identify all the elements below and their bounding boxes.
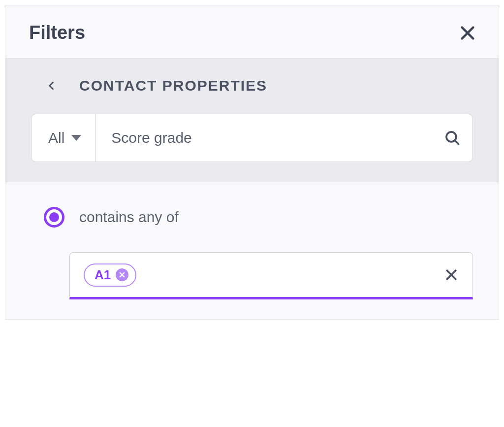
search-icon[interactable] — [444, 130, 461, 146]
condition-value-input[interactable]: A1 — [69, 252, 473, 299]
property-type-dropdown[interactable]: All — [32, 114, 95, 162]
chevron-left-icon[interactable] — [47, 78, 57, 94]
filter-condition: contains any of A1 — [5, 182, 499, 319]
section-header: CONTACT PROPERTIES — [5, 59, 499, 110]
condition-radio-contains-any[interactable]: contains any of — [44, 207, 473, 228]
clear-value-icon[interactable] — [444, 267, 459, 282]
value-chip-label: A1 — [94, 267, 111, 283]
dropdown-label: All — [48, 130, 64, 146]
panel-title: Filters — [29, 22, 85, 43]
value-chip: A1 — [84, 263, 136, 287]
section-contact-properties: CONTACT PROPERTIES All — [5, 58, 499, 182]
search-row: All — [31, 114, 473, 162]
close-icon[interactable] — [459, 25, 476, 41]
property-search-input[interactable] — [110, 129, 444, 147]
section-title: CONTACT PROPERTIES — [79, 77, 267, 94]
chip-remove-icon[interactable] — [116, 268, 128, 281]
property-search: All — [5, 110, 499, 182]
condition-radio-label: contains any of — [79, 209, 179, 226]
chevron-down-icon — [71, 135, 81, 141]
panel-header: Filters — [5, 5, 499, 58]
radio-selected-icon — [44, 207, 64, 228]
svg-line-3 — [455, 140, 459, 144]
filters-panel: Filters CONTACT PROPERTIES All — [5, 5, 499, 320]
search-input-wrap — [95, 114, 472, 162]
